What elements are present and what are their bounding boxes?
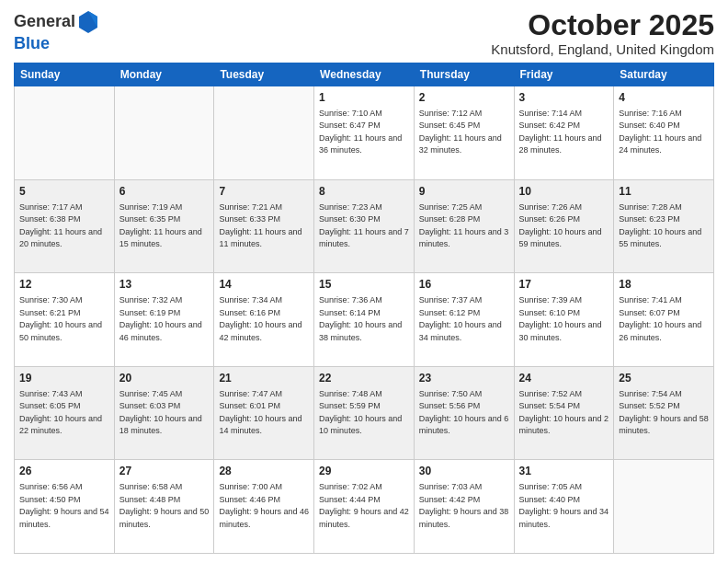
day-info: Sunrise: 7:50 AM Sunset: 5:56 PM Dayligh… <box>419 388 509 438</box>
day-number: 29 <box>319 464 409 479</box>
weekday-header-friday: Friday <box>514 63 614 86</box>
day-number: 21 <box>219 371 309 386</box>
day-info: Sunrise: 7:54 AM Sunset: 5:52 PM Dayligh… <box>619 388 709 438</box>
day-number: 27 <box>119 464 210 479</box>
weekday-header-monday: Monday <box>114 63 214 86</box>
day-info: Sunrise: 7:37 AM Sunset: 6:12 PM Dayligh… <box>419 294 509 344</box>
day-info: Sunrise: 7:43 AM Sunset: 6:05 PM Dayligh… <box>19 388 109 438</box>
day-number: 2 <box>419 90 509 106</box>
calendar-cell: 29Sunrise: 7:02 AM Sunset: 4:44 PM Dayli… <box>314 460 415 554</box>
day-number: 31 <box>519 464 609 479</box>
day-number: 22 <box>319 371 409 386</box>
calendar-cell <box>15 86 115 180</box>
day-number: 7 <box>219 184 309 200</box>
day-number: 14 <box>219 277 309 293</box>
day-number: 4 <box>619 90 709 106</box>
day-number: 19 <box>19 371 109 386</box>
day-number: 5 <box>19 184 109 200</box>
calendar-cell <box>614 460 714 554</box>
day-info: Sunrise: 7:14 AM Sunset: 6:42 PM Dayligh… <box>519 108 609 157</box>
calendar-cell: 9Sunrise: 7:25 AM Sunset: 6:28 PM Daylig… <box>414 179 514 273</box>
calendar-cell: 17Sunrise: 7:39 AM Sunset: 6:10 PM Dayli… <box>514 273 614 367</box>
calendar-week-5: 26Sunrise: 6:56 AM Sunset: 4:50 PM Dayli… <box>15 460 714 554</box>
day-number: 15 <box>319 277 409 293</box>
calendar-week-1: 1Sunrise: 7:10 AM Sunset: 6:47 PM Daylig… <box>15 86 714 180</box>
calendar-cell: 13Sunrise: 7:32 AM Sunset: 6:19 PM Dayli… <box>114 273 214 367</box>
calendar-cell: 5Sunrise: 7:17 AM Sunset: 6:38 PM Daylig… <box>15 179 115 273</box>
calendar-cell: 14Sunrise: 7:34 AM Sunset: 6:16 PM Dayli… <box>214 273 314 367</box>
day-info: Sunrise: 7:21 AM Sunset: 6:33 PM Dayligh… <box>219 201 309 251</box>
day-info: Sunrise: 7:19 AM Sunset: 6:35 PM Dayligh… <box>119 201 210 251</box>
weekday-header-saturday: Saturday <box>614 63 714 86</box>
day-number: 8 <box>319 184 409 200</box>
calendar-cell <box>114 86 214 180</box>
day-number: 20 <box>119 371 210 386</box>
calendar-cell: 12Sunrise: 7:30 AM Sunset: 6:21 PM Dayli… <box>15 273 115 367</box>
calendar-cell: 25Sunrise: 7:54 AM Sunset: 5:52 PM Dayli… <box>614 366 714 460</box>
day-number: 10 <box>519 184 609 200</box>
weekday-header-tuesday: Tuesday <box>214 63 314 86</box>
day-number: 16 <box>419 277 509 293</box>
day-number: 24 <box>519 371 609 386</box>
day-info: Sunrise: 7:45 AM Sunset: 6:03 PM Dayligh… <box>119 388 210 438</box>
logo-blue: Blue <box>14 34 50 52</box>
calendar-cell: 4Sunrise: 7:16 AM Sunset: 6:40 PM Daylig… <box>614 86 714 180</box>
day-number: 28 <box>219 464 309 479</box>
calendar-cell: 8Sunrise: 7:23 AM Sunset: 6:30 PM Daylig… <box>314 179 415 273</box>
day-info: Sunrise: 7:30 AM Sunset: 6:21 PM Dayligh… <box>19 294 109 344</box>
page: General Blue October 2025 Knutsford, Eng… <box>0 0 728 563</box>
calendar-cell: 15Sunrise: 7:36 AM Sunset: 6:14 PM Dayli… <box>314 273 415 367</box>
day-info: Sunrise: 7:48 AM Sunset: 5:59 PM Dayligh… <box>319 388 409 438</box>
day-info: Sunrise: 7:47 AM Sunset: 6:01 PM Dayligh… <box>219 388 309 438</box>
calendar-cell: 27Sunrise: 6:58 AM Sunset: 4:48 PM Dayli… <box>114 460 214 554</box>
header: General Blue October 2025 Knutsford, Eng… <box>14 9 714 57</box>
day-number: 9 <box>419 184 509 200</box>
calendar-cell: 16Sunrise: 7:37 AM Sunset: 6:12 PM Dayli… <box>414 273 514 367</box>
day-info: Sunrise: 7:16 AM Sunset: 6:40 PM Dayligh… <box>619 108 709 157</box>
calendar-week-3: 12Sunrise: 7:30 AM Sunset: 6:21 PM Dayli… <box>15 273 714 367</box>
calendar-week-2: 5Sunrise: 7:17 AM Sunset: 6:38 PM Daylig… <box>15 179 714 273</box>
calendar-cell: 31Sunrise: 7:05 AM Sunset: 4:40 PM Dayli… <box>514 460 614 554</box>
calendar-cell: 26Sunrise: 6:56 AM Sunset: 4:50 PM Dayli… <box>15 460 115 554</box>
calendar-cell: 1Sunrise: 7:10 AM Sunset: 6:47 PM Daylig… <box>314 86 415 180</box>
logo: General Blue <box>14 9 101 53</box>
logo-text-block: General Blue <box>14 9 101 53</box>
calendar-cell: 24Sunrise: 7:52 AM Sunset: 5:54 PM Dayli… <box>514 366 614 460</box>
day-number: 11 <box>619 184 709 200</box>
day-info: Sunrise: 7:03 AM Sunset: 4:42 PM Dayligh… <box>419 481 509 531</box>
calendar-cell: 11Sunrise: 7:28 AM Sunset: 6:23 PM Dayli… <box>614 179 714 273</box>
logo-general: General <box>14 12 75 30</box>
calendar-table: SundayMondayTuesdayWednesdayThursdayFrid… <box>14 63 714 554</box>
day-info: Sunrise: 7:10 AM Sunset: 6:47 PM Dayligh… <box>319 108 409 157</box>
calendar-cell: 21Sunrise: 7:47 AM Sunset: 6:01 PM Dayli… <box>214 366 314 460</box>
calendar-cell: 23Sunrise: 7:50 AM Sunset: 5:56 PM Dayli… <box>414 366 514 460</box>
day-info: Sunrise: 7:02 AM Sunset: 4:44 PM Dayligh… <box>319 481 409 531</box>
calendar-cell: 3Sunrise: 7:14 AM Sunset: 6:42 PM Daylig… <box>514 86 614 180</box>
day-info: Sunrise: 6:58 AM Sunset: 4:48 PM Dayligh… <box>119 481 210 531</box>
day-number: 6 <box>119 184 210 200</box>
day-number: 17 <box>519 277 609 293</box>
weekday-header-thursday: Thursday <box>414 63 514 86</box>
calendar-cell: 18Sunrise: 7:41 AM Sunset: 6:07 PM Dayli… <box>614 273 714 367</box>
day-number: 25 <box>619 371 709 386</box>
day-info: Sunrise: 7:00 AM Sunset: 4:46 PM Dayligh… <box>219 481 309 531</box>
day-number: 3 <box>519 90 609 106</box>
day-number: 30 <box>419 464 509 479</box>
weekday-header-row: SundayMondayTuesdayWednesdayThursdayFrid… <box>15 63 714 86</box>
day-info: Sunrise: 7:05 AM Sunset: 4:40 PM Dayligh… <box>519 481 609 531</box>
weekday-header-wednesday: Wednesday <box>314 63 415 86</box>
weekday-header-sunday: Sunday <box>15 63 115 86</box>
day-info: Sunrise: 7:26 AM Sunset: 6:26 PM Dayligh… <box>519 201 609 251</box>
day-number: 13 <box>119 277 210 293</box>
title-block: October 2025 Knutsford, England, United … <box>491 9 714 57</box>
day-info: Sunrise: 7:36 AM Sunset: 6:14 PM Dayligh… <box>319 294 409 344</box>
month-title: October 2025 <box>491 9 714 41</box>
day-info: Sunrise: 7:28 AM Sunset: 6:23 PM Dayligh… <box>619 201 709 251</box>
calendar-cell: 19Sunrise: 7:43 AM Sunset: 6:05 PM Dayli… <box>15 366 115 460</box>
day-number: 12 <box>19 277 109 293</box>
location: Knutsford, England, United Kingdom <box>491 41 714 57</box>
calendar-cell: 30Sunrise: 7:03 AM Sunset: 4:42 PM Dayli… <box>414 460 514 554</box>
day-number: 26 <box>19 464 109 479</box>
day-info: Sunrise: 7:39 AM Sunset: 6:10 PM Dayligh… <box>519 294 609 344</box>
calendar-cell: 7Sunrise: 7:21 AM Sunset: 6:33 PM Daylig… <box>214 179 314 273</box>
